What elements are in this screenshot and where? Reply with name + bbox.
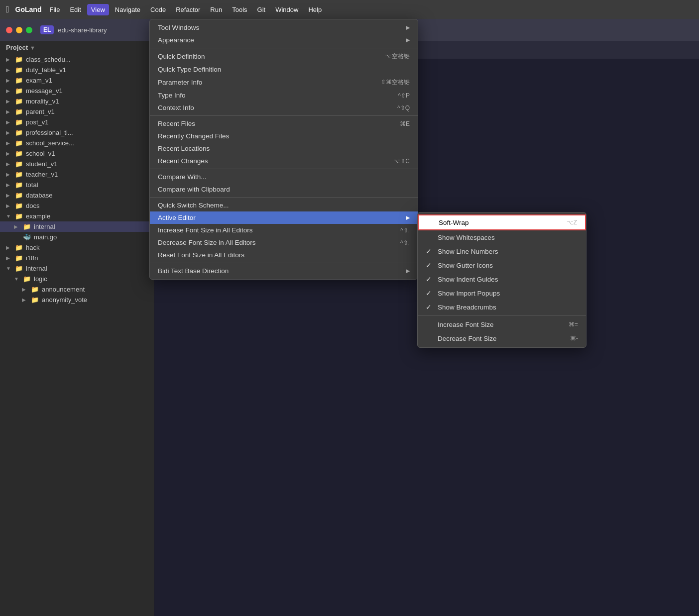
sidebar-item-main-go[interactable]: ▶ 🐳 main.go [0,232,154,242]
sidebar-item-example[interactable]: ▼ 📁 example [0,211,154,221]
sidebar-item-announcement[interactable]: ▶ 📁 announcement [0,284,154,295]
submenu-increase-font[interactable]: ✓ Increase Font Size ⌘= [418,317,586,331]
folder-icon: 📁 [15,129,23,136]
submenu-show-breadcrumbs[interactable]: ✓ Show Breadcrumbs [418,300,586,314]
menu-context-info[interactable]: Context Info ^⇧Q [150,102,418,114]
folder-icon: 📁 [15,87,23,95]
sidebar-title: Project [6,44,28,51]
folder-icon: 📁 [15,212,23,220]
submenu-soft-wrap[interactable]: ✓ Soft-Wrap ⌥Z [418,214,586,230]
sidebar-item-student[interactable]: ▶ 📁 student_v1 [0,159,154,169]
chevron-right-icon: ▶ [6,67,12,73]
menu-divider [150,48,418,48]
sidebar-item-duty-table[interactable]: ▶ 📁 duty_table_v1 [0,65,154,75]
menu-window[interactable]: Window [271,4,302,15]
maximize-button[interactable] [26,27,32,33]
folder-icon: 📁 [15,265,23,272]
view-menu[interactable]: Tool Windows ▶ Appearance ▶ Quick Defini… [149,19,418,280]
sidebar-item-i18n[interactable]: ▶ 📁 i18n [0,253,154,263]
menu-help[interactable]: Help [304,4,326,15]
folder-icon: 📁 [31,286,39,293]
sidebar-item-database[interactable]: ▶ 📁 database [0,190,154,201]
menu-recent-locations[interactable]: Recent Locations [150,142,418,155]
sidebar-item-internal-example[interactable]: ▶ 📁 internal [0,221,154,232]
folder-icon: 📁 [15,244,23,251]
titlebar-filename: edu-share-library [58,26,107,34]
menubar:  GoLand File Edit View Navigate Code Re… [0,0,699,19]
menu-tools[interactable]: Tools [228,4,251,15]
menu-parameter-info[interactable]: Parameter Info ⇧⌘空格键 [150,76,418,89]
menu-git[interactable]: Git [253,4,270,15]
folder-icon: 📁 [15,108,23,115]
menu-edit[interactable]: Edit [66,4,85,15]
folder-icon: 📁 [23,223,31,230]
minimize-button[interactable] [16,27,22,33]
menu-type-info[interactable]: Type Info ^⇧P [150,89,418,102]
sidebar-item-hack[interactable]: ▶ 📁 hack [0,242,154,253]
menu-navigate[interactable]: Navigate [111,4,144,15]
sidebar-item-school-service[interactable]: ▶ 📁 school_service... [0,138,154,148]
sidebar-item-total[interactable]: ▶ 📁 total [0,180,154,190]
sidebar-item-internal-root[interactable]: ▼ 📁 internal [0,263,154,274]
sidebar-chevron-icon[interactable]: ▼ [30,45,35,51]
arrow-icon: ▶ [406,268,410,274]
menu-divider [150,169,418,169]
submenu-show-line-numbers[interactable]: ✓ Show Line Numbers [418,244,586,258]
close-button[interactable] [6,27,12,33]
chevron-right-icon: ▶ [6,57,12,62]
submenu-show-indent-guides[interactable]: ✓ Show Indent Guides [418,272,586,286]
menu-quick-switch[interactable]: Quick Switch Scheme... [150,199,418,211]
menu-view[interactable]: View [87,4,109,15]
apple-icon[interactable]:  [6,4,9,15]
menu-quick-definition[interactable]: Quick Definition ⌥空格键 [150,50,418,63]
sidebar-item-logic[interactable]: ▼ 📁 logic [0,274,154,284]
submenu-show-gutter-icons[interactable]: ✓ Show Gutter Icons [418,258,586,272]
menu-recent-files[interactable]: Recent Files ⌘E [150,117,418,130]
menu-file[interactable]: File [45,4,64,15]
chevron-right-icon: ▶ [6,203,12,208]
sidebar-item-school-v1[interactable]: ▶ 📁 school_v1 [0,148,154,159]
sidebar-item-exam[interactable]: ▶ 📁 exam_v1 [0,75,154,86]
menu-appearance[interactable]: Appearance ▶ [150,34,418,46]
chevron-right-icon: ▶ [6,172,12,177]
menu-compare-with[interactable]: Compare With... [150,171,418,183]
menu-recently-changed[interactable]: Recently Changed Files [150,130,418,142]
menu-divider [150,115,418,116]
sidebar-item-class-schedule[interactable]: ▶ 📁 class_schedu... [0,54,154,65]
menu-reset-font-all[interactable]: Reset Font Size in All Editors [150,249,418,261]
menu-recent-changes[interactable]: Recent Changes ⌥⇧C [150,155,418,167]
chevron-right-icon: ▶ [6,151,12,156]
folder-icon: 📁 [15,56,23,63]
chevron-down-icon: ▼ [6,266,12,271]
menu-tool-windows[interactable]: Tool Windows ▶ [150,21,418,34]
chevron-right-icon: ▶ [6,88,12,94]
menu-decrease-font-all[interactable]: Decrease Font Size in All Editors ^⇧, [150,236,418,249]
menu-divider [150,197,418,198]
sidebar-item-post[interactable]: ▶ 📁 post_v1 [0,117,154,127]
active-editor-submenu[interactable]: ✓ Soft-Wrap ⌥Z ✓ Show Whitespaces ✓ Show… [417,212,586,348]
menu-run[interactable]: Run [206,4,226,15]
menu-active-editor[interactable]: Active Editor ▶ [150,211,418,224]
submenu-divider [418,315,586,316]
sidebar-item-message[interactable]: ▶ 📁 message_v1 [0,86,154,96]
menu-bidi-text[interactable]: Bidi Text Base Direction ▶ [150,265,418,277]
sidebar-item-professional[interactable]: ▶ 📁 professional_ti... [0,127,154,138]
traffic-lights [6,27,32,33]
menu-refactor[interactable]: Refactor [172,4,204,15]
check-icon: ✓ [426,303,434,311]
sidebar-item-teacher[interactable]: ▶ 📁 teacher_v1 [0,169,154,180]
submenu-show-whitespaces[interactable]: ✓ Show Whitespaces [418,230,586,244]
menu-quick-type-definition[interactable]: Quick Type Definition [150,63,418,76]
sidebar-item-morality[interactable]: ▶ 📁 morality_v1 [0,96,154,106]
menu-increase-font-all[interactable]: Increase Font Size in All Editors ^⇧. [150,224,418,236]
menu-code[interactable]: Code [146,4,170,15]
submenu-show-import-popups[interactable]: ✓ Show Import Popups [418,286,586,300]
sidebar-item-anonymity-vote[interactable]: ▶ 📁 anonymity_vote [0,295,154,305]
chevron-right-icon: ▶ [6,119,12,125]
sidebar-item-parent[interactable]: ▶ 📁 parent_v1 [0,106,154,117]
menu-compare-clipboard[interactable]: Compare with Clipboard [150,183,418,196]
submenu-decrease-font[interactable]: ✓ Decrease Font Size ⌘- [418,331,586,345]
chevron-down-icon: ▼ [14,276,20,282]
chevron-right-icon: ▶ [6,99,12,104]
sidebar-item-docs[interactable]: ▶ 📁 docs [0,201,154,211]
